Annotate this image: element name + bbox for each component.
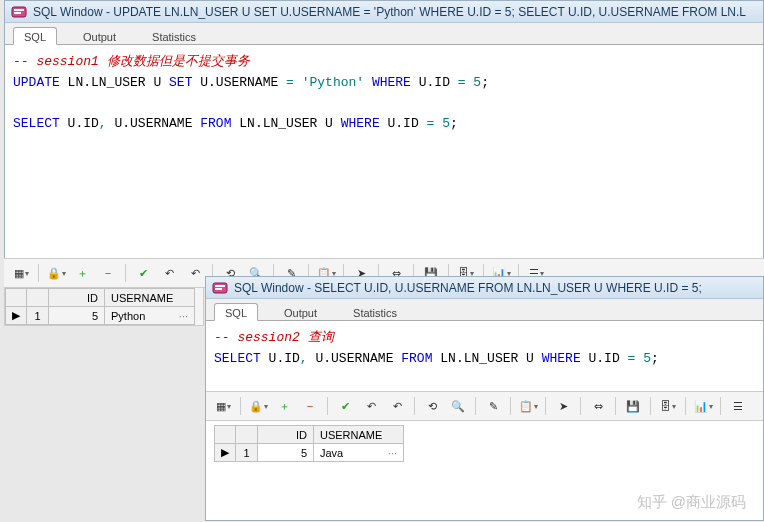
rownum-header (27, 289, 49, 307)
delete-row-button[interactable]: − (97, 262, 119, 284)
row-number: 1 (27, 307, 49, 325)
sql-window-1: SQL Window - UPDATE LN.LN_USER U SET U.U… (4, 0, 764, 279)
toolbar-2: ▦▾ 🔒▾ ＋ − ✔ ↶ ↶ ⟲ 🔍 ✎ 📋▾ ➤ ⇔ 💾 🗄▾ 📊▾ ☰ (206, 391, 763, 421)
cell-id[interactable]: 5 (258, 444, 314, 462)
tab-statistics[interactable]: Statistics (343, 304, 407, 320)
separator (414, 397, 415, 415)
results-grid-1[interactable]: ID USERNAME ▶ 1 5 Python··· (5, 288, 195, 325)
window-title: SQL Window - SELECT U.ID, U.USERNAME FRO… (234, 281, 702, 295)
separator (475, 397, 476, 415)
svg-rect-1 (14, 9, 24, 11)
separator (615, 397, 616, 415)
separator (327, 397, 328, 415)
titlebar-2[interactable]: SQL Window - SELECT U.ID, U.USERNAME FRO… (206, 277, 763, 299)
separator (38, 264, 39, 282)
separator (580, 397, 581, 415)
window-title: SQL Window - UPDATE LN.LN_USER U SET U.U… (33, 5, 746, 19)
separator (545, 397, 546, 415)
tab-output[interactable]: Output (73, 28, 126, 44)
tab-sql[interactable]: SQL (13, 27, 57, 45)
save-button[interactable]: 💾 (622, 395, 644, 417)
app-icon (11, 4, 27, 20)
cell-id[interactable]: 5 (49, 307, 105, 325)
sql-window-2: SQL Window - SELECT U.ID, U.USERNAME FRO… (205, 276, 764, 521)
separator (240, 397, 241, 415)
col-header-username[interactable]: USERNAME (314, 426, 404, 444)
comment: -- session2 查询 (214, 330, 334, 345)
separator (125, 264, 126, 282)
comment: -- session1 修改数据但是不提交事务 (13, 54, 250, 69)
sql-editor-1[interactable]: -- session1 修改数据但是不提交事务 UPDATE LN.LN_USE… (5, 45, 763, 141)
grid-mode-button[interactable]: ▦▾ (10, 262, 32, 284)
row-pointer-icon: ▶ (6, 307, 27, 325)
tab-statistics[interactable]: Statistics (142, 28, 206, 44)
list-button[interactable]: ☰ (727, 395, 749, 417)
next-button[interactable]: ➤ (552, 395, 574, 417)
db-button[interactable]: 🗄▾ (657, 395, 679, 417)
svg-rect-4 (215, 285, 225, 287)
col-header-id[interactable]: ID (258, 426, 314, 444)
tab-output[interactable]: Output (274, 304, 327, 320)
row-pointer-header (215, 426, 236, 444)
chart-button[interactable]: 📊▾ (692, 395, 714, 417)
separator (720, 397, 721, 415)
commit-button[interactable]: ✔ (132, 262, 154, 284)
undo2-button[interactable]: ↶ (386, 395, 408, 417)
copy-button[interactable]: 📋▾ (517, 395, 539, 417)
separator (685, 397, 686, 415)
delete-row-button[interactable]: − (299, 395, 321, 417)
commit-button[interactable]: ✔ (334, 395, 356, 417)
titlebar-1[interactable]: SQL Window - UPDATE LN.LN_USER U SET U.U… (5, 1, 763, 23)
results-grid-2[interactable]: ID USERNAME ▶ 1 5 Java··· (214, 425, 404, 462)
add-row-button[interactable]: ＋ (273, 395, 295, 417)
cell-edit-icon[interactable]: ··· (179, 310, 188, 322)
app-icon (212, 280, 228, 296)
cell-edit-icon[interactable]: ··· (388, 447, 397, 459)
edit-button[interactable]: ✎ (482, 395, 504, 417)
lock-button[interactable]: 🔒▾ (45, 262, 67, 284)
row-pointer-header (6, 289, 27, 307)
lock-button[interactable]: 🔒▾ (247, 395, 269, 417)
undo2-button[interactable]: ↶ (184, 262, 206, 284)
row-number: 1 (236, 444, 258, 462)
watermark: 知乎 @商业源码 (637, 493, 746, 512)
table-row[interactable]: ▶ 1 5 Python··· (6, 307, 195, 325)
col-header-id[interactable]: ID (49, 289, 105, 307)
separator (650, 397, 651, 415)
tab-sql[interactable]: SQL (214, 303, 258, 321)
rownum-header (236, 426, 258, 444)
link-button[interactable]: ⇔ (587, 395, 609, 417)
col-header-username[interactable]: USERNAME (105, 289, 195, 307)
add-row-button[interactable]: ＋ (71, 262, 93, 284)
separator (510, 397, 511, 415)
svg-rect-2 (14, 12, 21, 14)
grid-mode-button[interactable]: ▦▾ (212, 395, 234, 417)
table-row[interactable]: ▶ 1 5 Java··· (215, 444, 404, 462)
tabs-1: SQL Output Statistics (5, 23, 763, 45)
tabs-2: SQL Output Statistics (206, 299, 763, 321)
cell-username[interactable]: Python··· (105, 307, 195, 325)
svg-rect-5 (215, 288, 222, 290)
sql-editor-2[interactable]: -- session2 查询 SELECT U.ID, U.USERNAME F… (206, 321, 763, 391)
row-pointer-icon: ▶ (215, 444, 236, 462)
find-button[interactable]: 🔍 (447, 395, 469, 417)
refresh-button[interactable]: ⟲ (421, 395, 443, 417)
rollback-button[interactable]: ↶ (360, 395, 382, 417)
rollback-button[interactable]: ↶ (158, 262, 180, 284)
cell-username[interactable]: Java··· (314, 444, 404, 462)
